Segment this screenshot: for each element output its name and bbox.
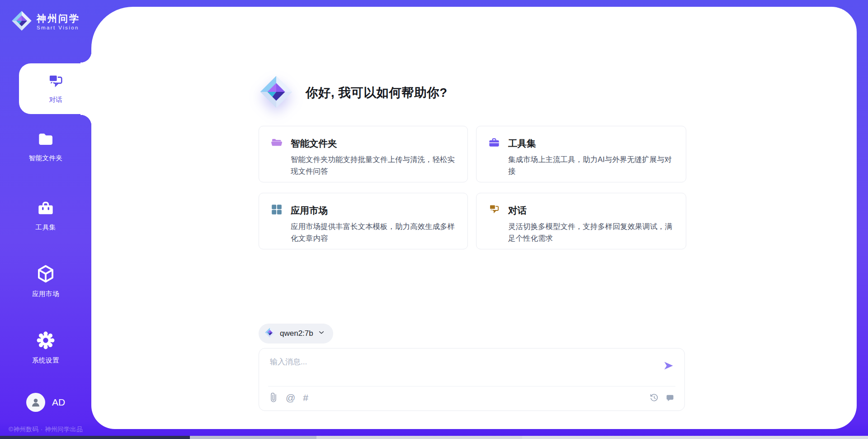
sidebar-item-toolset[interactable]: 工具集: [0, 199, 91, 232]
taskbar-strip-dark: [0, 436, 190, 439]
user-initials: AD: [52, 397, 65, 408]
composer-divider: [268, 386, 675, 387]
card-title: 工具集: [508, 137, 536, 150]
tab-fillet-top: [80, 52, 92, 63]
cube-icon: [35, 264, 56, 286]
model-logo-icon: [264, 327, 275, 340]
card-toolset[interactable]: 工具集 集成市场上主流工具，助力AI与外界无缝扩展与对接: [476, 126, 686, 182]
brand-subtitle: Smart Vision: [37, 25, 80, 30]
chat-bubble-icon[interactable]: [665, 393, 675, 402]
greeting-text: 你好, 我可以如何帮助你?: [306, 85, 448, 101]
grid-icon: [271, 204, 283, 217]
taskbar-strip-lighter: [522, 436, 868, 439]
sidebar-item-label: 对话: [49, 95, 62, 104]
hash-icon[interactable]: #: [303, 393, 308, 402]
taskbar-strip-mid: [190, 436, 316, 439]
main-panel: 你好, 我可以如何帮助你? 智能文件夹 智能文件夹功能支持批量文件上传与清洗，轻…: [91, 7, 857, 429]
card-app-market[interactable]: 应用市场 应用市场提供丰富长文本模板，助力高效生成多样化文章内容: [259, 193, 468, 249]
sidebar-item-label: 系统设置: [32, 356, 59, 365]
model-selector[interactable]: qwen2:7b: [259, 324, 333, 344]
card-chat[interactable]: 对话 灵活切换多模型文件，支持多样回复效果调试，满足个性化需求: [476, 193, 686, 249]
sidebar-item-smart-folder[interactable]: 智能文件夹: [0, 130, 91, 162]
copyright-text: ©神州数码 · 神州问学出品: [0, 425, 91, 434]
message-composer: @ #: [259, 348, 685, 411]
chat-icon: [488, 204, 500, 217]
card-title: 智能文件夹: [291, 137, 337, 150]
gear-icon: [35, 330, 56, 352]
chevron-down-icon: [318, 329, 325, 338]
briefcase-icon: [36, 199, 56, 219]
sidebar-item-label: 工具集: [36, 223, 56, 232]
brand-name: 神州问学: [37, 13, 80, 24]
briefcase-icon: [488, 137, 500, 150]
card-description: 灵活切换多模型文件，支持多样回复效果调试，满足个性化需求: [508, 221, 674, 244]
assistant-logo-icon: [259, 74, 294, 111]
card-description: 智能文件夹功能支持批量文件上传与清洗，轻松实现文件问答: [291, 154, 456, 177]
sidebar-item-settings[interactable]: 系统设置: [0, 330, 91, 365]
sidebar-item-app-market[interactable]: 应用市场: [0, 264, 91, 298]
card-title: 对话: [508, 204, 527, 217]
taskbar-strip-light: [316, 436, 522, 439]
card-title: 应用市场: [291, 204, 328, 217]
card-smart-folder[interactable]: 智能文件夹 智能文件夹功能支持批量文件上传与清洗，轻松实现文件问答: [259, 126, 468, 182]
card-description: 应用市场提供丰富长文本模板，助力高效生成多样化文章内容: [291, 221, 456, 244]
sidebar-item-chat[interactable]: 对话: [19, 63, 92, 114]
feature-cards: 智能文件夹 智能文件夹功能支持批量文件上传与清洗，轻松实现文件问答: [259, 126, 686, 249]
brand: 神州问学 Smart Vision: [11, 10, 80, 33]
history-icon[interactable]: [650, 393, 659, 402]
user-profile[interactable]: AD: [0, 393, 91, 412]
greeting: 你好, 我可以如何帮助你?: [259, 73, 448, 113]
paperclip-icon[interactable]: [269, 392, 278, 402]
sidebar-item-label: 智能文件夹: [29, 154, 63, 162]
tab-fillet-bottom: [80, 114, 92, 126]
model-name: qwen2:7b: [280, 329, 313, 338]
app-window: 神州问学 Smart Vision 对话: [0, 0, 868, 439]
avatar: [26, 393, 45, 412]
folder-icon: [36, 130, 56, 150]
message-input[interactable]: [269, 356, 642, 384]
sidebar: 神州问学 Smart Vision 对话: [0, 0, 91, 439]
send-icon[interactable]: [662, 359, 675, 372]
at-icon[interactable]: @: [286, 393, 295, 402]
folder-open-icon: [271, 137, 283, 150]
card-description: 集成市场上主流工具，助力AI与外界无缝扩展与对接: [508, 154, 674, 177]
chat-icon: [47, 73, 65, 92]
sidebar-item-label: 应用市场: [32, 290, 59, 298]
brand-logo-icon: [11, 10, 33, 33]
